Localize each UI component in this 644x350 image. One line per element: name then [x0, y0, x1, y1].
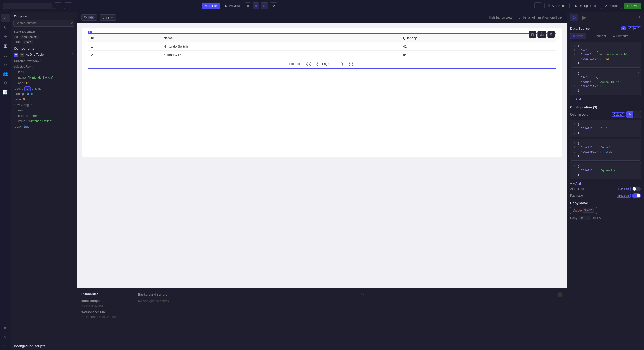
components-title: Components — [14, 47, 34, 50]
left-panel: Outputs × State & Context ctx App Contex… — [11, 12, 77, 350]
right-tab-add[interactable]: + — [638, 15, 641, 20]
run-icon: ↻ — [84, 16, 87, 19]
col-name-header: Name — [160, 34, 400, 42]
right-tabs: ⚙ ▶ + — [567, 12, 644, 23]
delete-button[interactable]: Delete ⌘+⌫ — [570, 207, 597, 214]
topbar-right: ⋯ ☰ App inputs ▶ Debug Runs ↗ Publish □ … — [534, 2, 641, 9]
expand-button[interactable]: ✥ — [270, 2, 277, 9]
app-title-input[interactable]: App summary — [3, 3, 52, 9]
publish-button[interactable]: ↗ Publish — [601, 3, 622, 9]
mobile-view-button[interactable]: ▯ — [245, 2, 251, 9]
right-tab-settings[interactable]: ⚙ — [570, 14, 578, 21]
redo-button[interactable]: → — [64, 2, 72, 9]
tree-value: value : "Nintendo Switch" — [15, 119, 77, 124]
hide-bar-label: Hide bar on view — [489, 16, 512, 19]
copy-move-title: Copy/Move — [570, 201, 641, 205]
sidebar-icon-arrow[interactable]: ← — [1, 342, 10, 350]
ctx-key: ctx — [14, 35, 18, 39]
table-body: 1 Nintendo Switch 42 2 Zelda TOTK 84 — [88, 42, 556, 59]
search-clear-button[interactable]: × — [71, 21, 73, 25]
desktop-view-button[interactable]: ▮ — [253, 2, 259, 9]
col3-block: 1{ 2 "field": "quantity" 3} × — [570, 162, 641, 180]
app-inputs-button[interactable]: ☰ App inputs — [544, 3, 570, 9]
state-row-state: state State — [11, 39, 77, 45]
widget-resize-button[interactable]: ◻ — [529, 31, 536, 38]
col3-close-button[interactable]: × — [638, 163, 640, 168]
run-button[interactable]: ↻ (0) — [81, 14, 97, 21]
editor-tab[interactable]: ✎ Editor — [202, 3, 220, 9]
sidebar-icon-search[interactable]: ⚲ — [1, 23, 10, 31]
table-row[interactable]: 2 Zelda TOTK 84 — [88, 51, 556, 59]
component-name: AgGrid Table — [26, 53, 44, 56]
pagination-type: Boolean — [617, 194, 631, 198]
toggle-view-button[interactable]: ◫ — [261, 2, 268, 9]
delete-shortcut: ⌘+⌫ — [583, 208, 594, 213]
ctx-badge[interactable]: App Context — [20, 35, 39, 39]
center-area: ↻ (0) once ▼ Hide bar on view on behalf … — [77, 12, 567, 350]
record1-close-button[interactable]: × — [638, 43, 640, 47]
state-badge[interactable]: State — [23, 40, 33, 44]
record2-close-button[interactable]: × — [638, 71, 640, 75]
preview-tab[interactable]: ▶ Preview — [222, 3, 243, 9]
pagination-toggle[interactable] — [632, 193, 641, 198]
all-editable-toggle[interactable] — [632, 187, 641, 191]
col-defs-edit-button[interactable]: ✎ — [626, 111, 633, 118]
publish-icon: ↗ — [605, 4, 607, 8]
inline-scripts-empty: No inline scripts — [81, 304, 130, 307]
bg-scripts-title: Background scripts — [11, 342, 77, 350]
sidebar-icon-github[interactable]: ○ — [1, 332, 10, 341]
cell-name-1: Nintendo Switch — [160, 42, 400, 51]
page-info: Page 1 of 1 — [322, 62, 338, 66]
sidebar-icon-grid[interactable]: ☷ — [1, 51, 10, 59]
canvas-inner: 8 ◻ ⚓ ✥ Id Name Quantity — [82, 28, 562, 157]
col2-close-button[interactable]: × — [638, 140, 640, 144]
tree-ready: ready : true — [11, 124, 77, 129]
add-record-button[interactable]: + + Add — [570, 97, 641, 102]
cell-id-2: 2 — [88, 51, 160, 59]
add-record-icon: + — [570, 98, 572, 101]
hide-bar-checkbox[interactable] — [514, 16, 517, 19]
row-range-info: 1 to 2 of 2 — [289, 62, 302, 66]
right-tab-connections[interactable]: ▶ — [580, 14, 588, 21]
component-item[interactable]: ☷ ✎ AgGrid Table ⌃ — [11, 51, 77, 58]
sidebar-icon-audit[interactable]: 📝 — [1, 88, 10, 96]
sidebar-icon-clock[interactable]: ⏳ — [1, 42, 10, 50]
widget-anchor-button[interactable]: ⚓ — [537, 31, 546, 38]
sidebar-icon-star[interactable]: ★ — [1, 32, 10, 41]
sidebar-icon-home[interactable]: ⌂ — [1, 14, 10, 22]
sidebar-icon-discord[interactable]: ▶ — [1, 323, 10, 331]
runnables-panel: Runnables Inline scripts No inline scrip… — [77, 288, 134, 350]
col1-close-button[interactable]: × — [638, 121, 640, 125]
topbar-center: ✎ Editor ▶ Preview ▯ ▮ ◫ ✥ — [202, 2, 277, 9]
bg-scripts-row: Background scripts ⓘ + — [138, 292, 563, 297]
workspace-hub-title: Workspace/Hub — [81, 310, 130, 314]
add-col-def-button[interactable]: + + Add — [570, 181, 641, 187]
col-defs-header: Column Defs Object[] ✎ → — [570, 111, 641, 118]
first-page-button[interactable]: ❮❮ — [304, 61, 313, 66]
search-input[interactable] — [13, 20, 74, 27]
cell-qty-2: 84 — [400, 51, 556, 59]
bg-scripts-panel: Background scripts ⓘ + No background scr… — [134, 288, 567, 350]
save-button[interactable]: □ Save — [624, 3, 641, 9]
sidebar-icon-users[interactable]: 👥 — [1, 69, 10, 78]
undo-button[interactable]: ← — [54, 2, 62, 9]
result-badge[interactable]: [...] — [24, 86, 31, 91]
once-button[interactable]: once ▼ — [100, 14, 116, 21]
ds-tab-static[interactable]: ■ Static — [570, 33, 586, 39]
debug-icon: ▶ — [575, 4, 577, 8]
debug-runs-button[interactable]: ▶ Debug Runs — [572, 3, 599, 9]
prev-page-button[interactable]: ❮ — [315, 61, 320, 66]
bottom-panel: Runnables Inline scripts No inline scrip… — [77, 288, 567, 350]
sidebar-icon-settings[interactable]: ⚙ — [1, 79, 10, 87]
sidebar-icon-flow[interactable]: ⇄ — [1, 60, 10, 68]
ds-tab-connect[interactable]: → Connect — [587, 33, 609, 39]
ds-tab-compute[interactable]: ▶ Compute — [610, 33, 631, 39]
bg-scripts-add-button[interactable]: + — [557, 292, 563, 297]
last-page-button[interactable]: ❯❯ — [347, 61, 355, 66]
next-page-button[interactable]: ❯ — [340, 61, 345, 66]
more-options-button[interactable]: ⋯ — [534, 2, 542, 9]
widget-move-button[interactable]: ✥ — [547, 31, 555, 38]
col-defs-expand-button[interactable]: → — [634, 111, 641, 118]
table-row[interactable]: 1 Nintendo Switch 42 — [88, 42, 556, 51]
component-edit-icon: ✎ — [20, 52, 24, 57]
